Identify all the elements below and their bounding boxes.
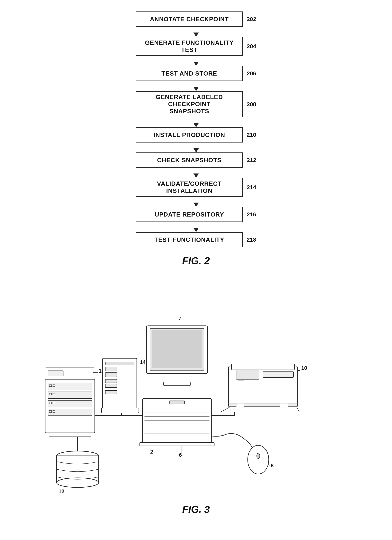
fig3-section: 16 14 [0,274,392,530]
box-generate-functionality: GENERATE FUNCTIONALITY TEST [136,37,243,56]
label-218: 218 [247,236,256,243]
arrow-7 [193,197,199,207]
fig2-caption: FIG. 2 [182,255,210,266]
box-label: TEST AND STORE [162,70,217,77]
arrow-1 [193,27,199,37]
svg-rect-60 [263,372,294,377]
flow-row-212: CHECK SNAPSHOTS 212 [136,152,256,168]
svg-rect-25 [105,362,134,365]
flow-row-202: ANNOTATE CHECKPOINT 202 [136,11,256,27]
svg-rect-16 [53,393,55,395]
box-label: INSTALL PRODUCTION [153,131,225,139]
fig3-svg: 16 14 [34,285,358,496]
box-check-snapshots: CHECK SNAPSHOTS [136,152,243,168]
svg-rect-50 [169,401,185,404]
arrow-3 [193,81,199,91]
flow-row-214: VALIDATE/CORRECT INSTALLATION 214 [136,178,256,197]
svg-rect-62 [236,403,244,407]
label-202: 202 [247,16,256,22]
svg-rect-26 [105,367,117,371]
svg-rect-19 [49,410,52,412]
box-generate-snapshots: GENERATE LABELED CHECKPOINT SNAPSHOTS [136,91,243,117]
svg-text:8: 8 [271,463,274,469]
flowchart: ANNOTATE CHECKPOINT 202 GENERATE FUNCTIO… [136,11,256,247]
svg-rect-20 [53,410,55,412]
box-label: GENERATE FUNCTIONALITY TEST [140,39,238,53]
svg-rect-36 [152,330,202,368]
svg-text:2: 2 [150,449,153,455]
box-label: ANNOTATE CHECKPOINT [150,16,229,23]
svg-text:10: 10 [301,365,307,371]
box-test-functionality: TEST FUNCTIONALITY [136,232,243,247]
svg-text:14: 14 [140,359,146,365]
flow-row-216: UPDATE REPOSITORY 216 [136,207,256,222]
svg-rect-41 [142,398,211,444]
box-label: GENERATE LABELED CHECKPOINT SNAPSHOTS [140,94,238,115]
svg-text:4: 4 [179,316,182,322]
box-test-store: TEST AND STORE [136,66,243,81]
arrow-6 [193,168,199,178]
fig3-diagram: 16 14 [34,285,358,496]
svg-rect-37 [173,374,181,383]
flow-row-210: INSTALL PRODUCTION 210 [136,127,256,143]
svg-rect-30 [105,390,117,394]
svg-text:12: 12 [59,488,64,494]
svg-point-73 [257,453,260,459]
label-206: 206 [247,70,256,77]
svg-rect-57 [231,364,294,370]
box-label: VALIDATE/CORRECT INSTALLATION [140,180,238,194]
svg-rect-27 [105,373,117,377]
flow-row-208: GENERATE LABELED CHECKPOINT SNAPSHOTS 20… [136,91,256,117]
label-214: 214 [247,184,256,190]
svg-rect-18 [53,402,55,404]
label-204: 204 [247,43,256,50]
arrow-4 [193,117,199,127]
arrow-2 [193,56,199,66]
svg-rect-63 [280,403,288,407]
box-update-repository: UPDATE REPOSITORY [136,207,243,222]
fig3-caption: FIG. 3 [182,504,210,515]
box-label: TEST FUNCTIONALITY [154,236,224,243]
arrow-8 [193,222,199,232]
svg-rect-38 [164,382,190,386]
label-216: 216 [247,211,256,218]
box-annotate-checkpoint: ANNOTATE CHECKPOINT [136,11,243,27]
flow-row-206: TEST AND STORE 206 [136,66,256,81]
label-208: 208 [247,101,256,108]
arrow-5 [193,143,199,152]
flow-row-218: TEST FUNCTIONALITY 218 [136,232,256,247]
flow-row-204: GENERATE FUNCTIONALITY TEST 204 [136,37,256,56]
svg-rect-28 [105,379,117,383]
box-validate-correct: VALIDATE/CORRECT INSTALLATION [136,178,243,197]
svg-rect-17 [49,402,52,404]
svg-rect-15 [49,393,52,395]
svg-rect-59 [236,370,259,379]
svg-rect-51 [140,442,214,446]
box-label: CHECK SNAPSHOTS [157,157,221,164]
svg-text:6: 6 [179,452,182,458]
svg-rect-13 [49,385,52,387]
fig2-section: ANNOTATE CHECKPOINT 202 GENERATE FUNCTIO… [0,0,392,274]
svg-rect-21 [49,433,91,437]
box-install-production: INSTALL PRODUCTION [136,127,243,143]
svg-line-75 [268,465,270,466]
label-212: 212 [247,157,256,163]
label-210: 210 [247,132,256,138]
box-label: UPDATE REPOSITORY [155,211,224,218]
svg-rect-31 [102,408,139,413]
svg-rect-14 [53,385,55,387]
svg-rect-8 [48,371,63,376]
svg-rect-29 [105,384,117,388]
svg-rect-61 [238,379,244,381]
